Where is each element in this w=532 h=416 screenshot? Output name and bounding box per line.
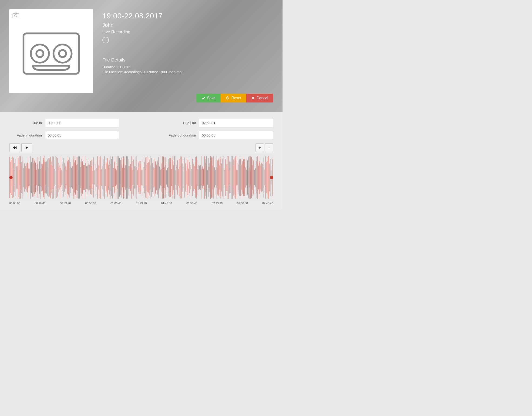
svg-point-1: [15, 15, 17, 17]
player-left-controls: [9, 143, 32, 152]
save-label: Save: [207, 96, 216, 100]
duration-label: Duration: 01:00:01: [102, 65, 273, 69]
file-details: File Details Duration: 01:00:01 File Loc…: [102, 57, 273, 74]
meta-type: Live Recording: [102, 30, 273, 34]
svg-rect-2: [23, 33, 79, 74]
left-handle-dot[interactable]: [9, 176, 13, 179]
fade-in-label: Fade in duration: [9, 133, 42, 137]
timeline: 00:00:00 00:16:40 00:33:20 00:50:00 01:0…: [9, 202, 273, 205]
timeline-label-2: 00:33:20: [60, 202, 71, 205]
svg-point-5: [54, 44, 72, 63]
edit-icon[interactable]: [102, 37, 109, 43]
cue-out-label: Cue Out: [163, 121, 196, 125]
timeline-label-10: 02:46:40: [262, 202, 273, 205]
cue-in-label: Cue In: [9, 121, 42, 125]
svg-marker-14: [26, 146, 28, 149]
zoom-in-button[interactable]: +: [256, 143, 264, 152]
player-right-controls: + -: [256, 143, 273, 152]
svg-point-3: [31, 44, 49, 63]
fade-row: Fade in duration Fade out duration: [9, 131, 273, 139]
cue-out-group: Cue Out: [143, 119, 273, 127]
timeline-label-3: 00:50:00: [85, 202, 96, 205]
fade-out-label: Fade out duration: [163, 133, 196, 137]
svg-marker-13: [15, 146, 17, 149]
waveform-container[interactable]: [9, 154, 273, 201]
timeline-label-9: 02:30:00: [237, 202, 248, 205]
cue-row: Cue In Cue Out: [9, 119, 273, 127]
svg-rect-0: [13, 14, 19, 18]
player-controls: + -: [9, 143, 273, 152]
timeline-label-7: 01:56:40: [186, 202, 197, 205]
reset-button[interactable]: Reset: [221, 94, 246, 102]
svg-marker-12: [13, 146, 15, 149]
fade-in-group: Fade in duration: [9, 131, 139, 139]
action-buttons: Save Reset Cancel: [196, 94, 273, 102]
file-details-title: File Details: [102, 57, 273, 63]
cue-out-input[interactable]: [199, 119, 273, 127]
cue-in-input[interactable]: [45, 119, 119, 127]
timeline-label-0: 00:00:00: [9, 202, 20, 205]
fade-in-input[interactable]: [45, 131, 119, 139]
fade-out-input[interactable]: [199, 131, 273, 139]
cassette-artwork: [12, 12, 90, 90]
meta-name: John: [102, 22, 273, 28]
timeline-label-5: 01:23:20: [136, 202, 147, 205]
reset-label: Reset: [231, 96, 241, 100]
cue-in-group: Cue In: [9, 119, 139, 127]
album-art: [9, 9, 93, 93]
meta-section: 19:00-22.08.2017 John Live Recording Fil…: [102, 9, 273, 75]
fade-out-group: Fade out duration: [143, 131, 273, 139]
cancel-label: Cancel: [256, 96, 268, 100]
waveform-svg: [9, 154, 273, 201]
cancel-button[interactable]: Cancel: [246, 94, 273, 102]
file-location-label: File Location: /recordings/20170822-1900…: [102, 70, 273, 74]
right-handle-dot[interactable]: [270, 176, 273, 179]
save-button[interactable]: Save: [196, 94, 221, 102]
timeline-label-6: 01:40:00: [161, 202, 172, 205]
timeline-label-1: 00:16:40: [35, 202, 46, 205]
rewind-button[interactable]: [9, 143, 20, 152]
bottom-section: Cue In Cue Out Fade in duration Fade out…: [0, 112, 283, 210]
svg-point-4: [36, 50, 43, 57]
top-section: 19:00-22.08.2017 John Live Recording Fil…: [0, 0, 283, 112]
svg-point-6: [59, 50, 66, 57]
camera-icon: [13, 13, 19, 19]
zoom-out-button[interactable]: -: [265, 143, 273, 152]
meta-datetime: 19:00-22.08.2017: [102, 12, 273, 20]
svg-rect-15: [9, 154, 273, 201]
svg-point-9: [105, 40, 106, 40]
play-button[interactable]: [21, 143, 32, 152]
timeline-label-8: 02:13:20: [212, 202, 223, 205]
timeline-label-4: 01:06:40: [111, 202, 122, 205]
